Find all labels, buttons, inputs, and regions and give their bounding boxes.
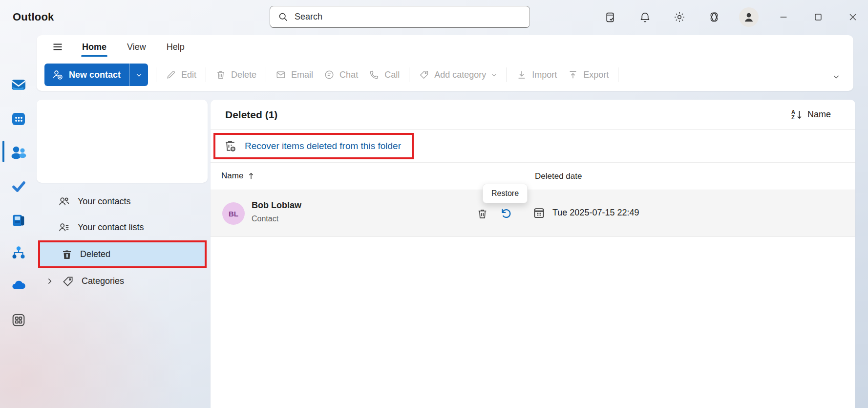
call-label: Call xyxy=(384,70,400,80)
sidebar-item-your-contact-lists[interactable]: Your contact lists xyxy=(37,215,208,240)
import-label: Import xyxy=(532,70,557,80)
sort-label: Name xyxy=(807,109,831,120)
app-title: Outlook xyxy=(13,11,54,23)
rail-selection-indicator xyxy=(2,141,4,162)
close-button[interactable] xyxy=(843,7,863,27)
maximize-button[interactable] xyxy=(808,7,828,27)
sidebar-item-deleted[interactable]: Deleted xyxy=(40,242,205,266)
column-headers: Name Deleted date xyxy=(211,163,855,190)
sort-az-icon: AZ xyxy=(791,109,803,120)
sidebar-item-categories[interactable]: Categories xyxy=(37,268,208,294)
delete-permanently-icon[interactable] xyxy=(473,204,491,223)
org-explorer-app-icon[interactable] xyxy=(9,244,28,262)
new-contact-dropdown-chevron[interactable] xyxy=(129,64,148,86)
hamburger-menu-icon[interactable] xyxy=(48,38,67,56)
chevron-right-icon[interactable] xyxy=(45,277,54,285)
annotation-box-deleted: Deleted xyxy=(38,240,207,268)
recover-row: Recover items deleted from this folder xyxy=(211,130,855,163)
tag-icon xyxy=(419,69,429,80)
copilot-icon[interactable] xyxy=(704,7,724,27)
app-rail xyxy=(0,34,37,408)
annotation-box-recover: Recover items deleted from this folder xyxy=(213,133,414,159)
pencil-icon xyxy=(166,69,176,80)
restore-tooltip: Restore xyxy=(483,184,528,203)
chat-label: Chat xyxy=(339,70,358,80)
sort-control[interactable]: AZ Name xyxy=(791,109,831,120)
export-icon xyxy=(568,69,578,80)
column-header-name[interactable]: Name xyxy=(221,171,254,181)
recover-items-link[interactable]: Recover items deleted from this folder xyxy=(245,141,401,151)
email-button[interactable]: Email xyxy=(270,65,318,84)
sidebar-item-label: Categories xyxy=(82,276,124,286)
search-box[interactable] xyxy=(270,6,530,28)
add-category-button[interactable]: Add category xyxy=(413,65,503,84)
sort-ascending-arrow-icon xyxy=(248,172,254,180)
fax-app-icon[interactable] xyxy=(9,211,28,230)
edit-button[interactable]: Edit xyxy=(160,65,202,84)
ribbon-toolbar: New contact Edit Delete Email Chat Cal xyxy=(37,59,853,91)
contact-name: Bob Loblaw xyxy=(252,200,301,211)
call-button[interactable]: Call xyxy=(363,65,405,84)
chat-button[interactable]: Chat xyxy=(318,65,363,84)
new-contact-button[interactable]: New contact xyxy=(44,64,148,86)
sidebar-item-your-contacts[interactable]: Your contacts xyxy=(37,189,208,215)
avatar: BL xyxy=(222,202,245,225)
calendar-date-icon xyxy=(532,206,546,219)
todo-app-icon[interactable] xyxy=(9,177,28,195)
add-category-label: Add category xyxy=(434,70,486,80)
people-app-icon[interactable] xyxy=(9,143,28,161)
edit-label: Edit xyxy=(181,70,196,80)
sidebar-item-label: Deleted xyxy=(80,249,110,259)
sidebar-item-label: Your contacts xyxy=(78,196,130,207)
contact-row[interactable]: BL Bob Loblaw Contact Tue 2025-07-15 22:… xyxy=(211,190,855,237)
trash-icon xyxy=(215,69,226,80)
export-label: Export xyxy=(583,70,609,80)
notifications-icon[interactable] xyxy=(635,7,655,27)
chevron-down-icon xyxy=(491,72,497,78)
import-button[interactable]: Import xyxy=(511,65,562,84)
account-icon[interactable] xyxy=(739,7,759,27)
toolbar-separator xyxy=(266,67,266,82)
restore-icon[interactable] xyxy=(496,204,515,223)
chat-bubble-icon xyxy=(324,69,335,80)
tab-home[interactable]: Home xyxy=(81,35,108,59)
ribbon: Home View Help New contact Edit Delete xyxy=(37,35,853,91)
onedrive-app-icon[interactable] xyxy=(9,276,28,295)
more-apps-icon[interactable] xyxy=(9,311,28,329)
ribbon-tabs: Home View Help xyxy=(81,35,186,59)
titlebar-actions xyxy=(600,0,863,34)
search-input[interactable] xyxy=(295,12,509,22)
toolbar-separator xyxy=(156,67,156,82)
collapse-ribbon-chevron-icon[interactable] xyxy=(828,69,845,84)
ribbon-tabs-row: Home View Help xyxy=(37,35,853,59)
tag-icon xyxy=(62,275,74,288)
mail-app-icon[interactable] xyxy=(9,75,28,94)
deleted-date-value: Tue 2025-07-15 22:49 xyxy=(552,208,639,218)
phone-icon xyxy=(369,69,380,80)
sidebar-item-label: Your contact lists xyxy=(78,222,144,233)
new-contact-label: New contact xyxy=(69,70,121,80)
contact-lists-icon xyxy=(58,221,70,234)
calendar-app-icon[interactable] xyxy=(9,109,28,128)
toolbar-separator xyxy=(206,67,206,82)
sidebar-folder-list: Your contacts Your contact lists Deleted… xyxy=(37,189,208,294)
settings-gear-icon[interactable] xyxy=(670,7,689,27)
tab-view[interactable]: View xyxy=(126,35,148,59)
toolbar-separator xyxy=(409,67,409,82)
contacts-people-icon xyxy=(58,195,70,208)
person-add-icon xyxy=(52,69,64,81)
tab-help[interactable]: Help xyxy=(165,35,186,59)
import-icon xyxy=(516,69,527,80)
column-header-deleted-date[interactable]: Deleted date xyxy=(535,172,582,181)
toolbar-separator xyxy=(507,67,507,82)
page-title: Deleted (1) xyxy=(225,109,277,121)
my-day-icon[interactable] xyxy=(600,7,620,27)
delete-label: Delete xyxy=(231,70,256,80)
export-button[interactable]: Export xyxy=(562,65,614,84)
titlebar: Outlook xyxy=(0,0,868,34)
toolbar-separator xyxy=(618,67,618,82)
search-icon xyxy=(278,12,288,22)
email-label: Email xyxy=(291,70,313,80)
delete-button[interactable]: Delete xyxy=(210,65,262,84)
minimize-button[interactable] xyxy=(774,7,793,27)
